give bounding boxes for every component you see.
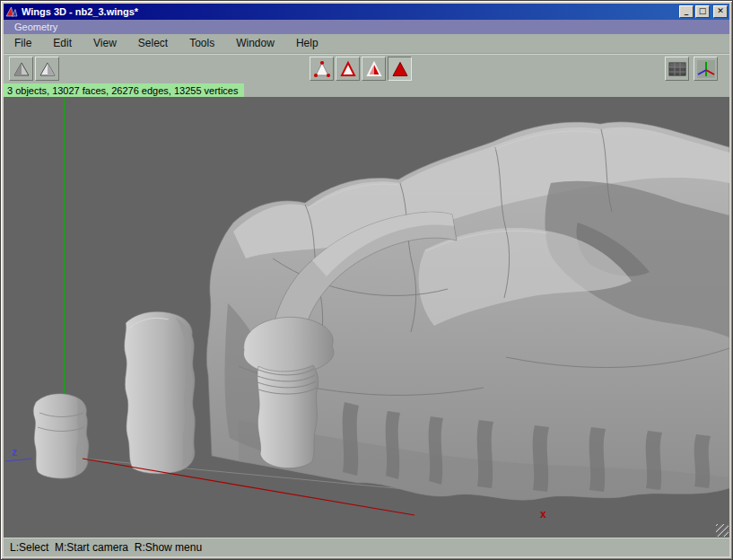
smooth-shading-icon (668, 59, 687, 79)
z-axis-label: z (12, 446, 17, 459)
x-axis-label: x (540, 508, 546, 521)
redo-button[interactable] (35, 57, 59, 81)
menu-window[interactable]: Window (225, 34, 285, 53)
face-mode-icon (364, 59, 384, 79)
viewport-canvas[interactable] (4, 97, 729, 538)
smooth-shading-button[interactable] (665, 57, 689, 81)
selection-mode-group (310, 57, 412, 81)
axes-toggle-button[interactable] (694, 57, 718, 81)
toolbar-right-group (665, 57, 718, 81)
window-title: Wings 3D - nb2_3.wings* (22, 6, 677, 17)
undo-pyramid-icon (12, 59, 31, 79)
app-logo-icon (5, 5, 18, 18)
body-mode-icon (390, 59, 410, 79)
geometry-window-title: Geometry (14, 22, 57, 32)
menu-file[interactable]: File (4, 34, 42, 53)
vertex-mode-icon (312, 59, 332, 79)
resize-grip[interactable] (716, 524, 729, 537)
status-bar: L:Select M:Start camera R:Show menu (4, 538, 729, 556)
menu-view[interactable]: View (83, 34, 127, 53)
menu-select[interactable]: Select (127, 34, 179, 53)
vertex-mode-button[interactable] (310, 57, 334, 81)
undo-button[interactable] (9, 57, 33, 81)
edge-mode-icon (338, 59, 358, 79)
title-bar[interactable]: Wings 3D - nb2_3.wings* _ □ ✕ (4, 4, 729, 20)
toolbar (4, 54, 729, 82)
edge-mode-button[interactable] (336, 57, 360, 81)
menu-tools[interactable]: Tools (179, 34, 225, 53)
viewport[interactable]: z x (4, 97, 729, 538)
body-mode-button[interactable] (388, 57, 412, 81)
menu-bar: File Edit View Select Tools Window Help (4, 34, 729, 54)
maximize-button[interactable]: □ (695, 5, 710, 18)
info-bar: 3 objects, 13027 faces, 26276 edges, 132… (4, 82, 729, 97)
minimize-button[interactable]: _ (679, 5, 694, 18)
axes-toggle-icon (696, 59, 716, 79)
wings3d-window: Wings 3D - nb2_3.wings* _ □ ✕ Geometry F… (0, 0, 733, 560)
close-button[interactable]: ✕ (713, 5, 728, 18)
geometry-window-header[interactable]: Geometry (4, 20, 729, 34)
face-mode-button[interactable] (362, 57, 386, 81)
redo-pyramid-icon (38, 59, 57, 79)
menu-help[interactable]: Help (285, 34, 329, 53)
menu-edit[interactable]: Edit (42, 34, 83, 53)
toolbar-left-group (9, 57, 59, 81)
mouse-hints: L:Select M:Start camera R:Show menu (10, 541, 202, 554)
